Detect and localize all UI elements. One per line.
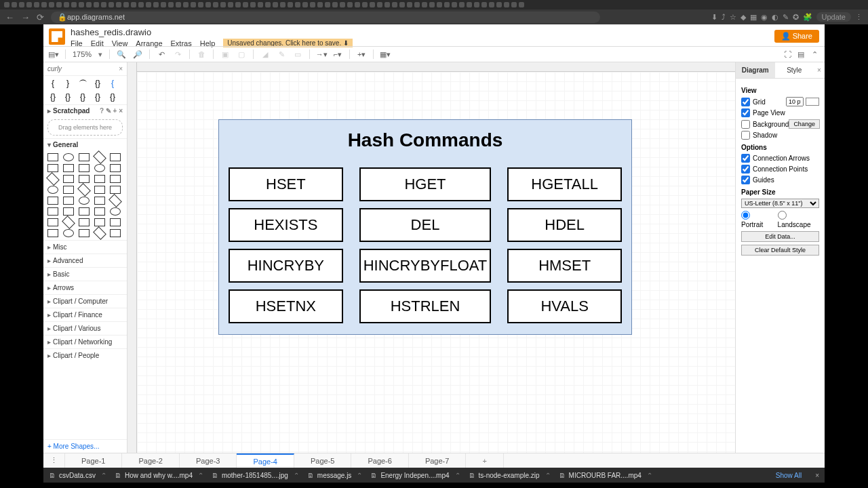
braces4-icon[interactable]: {} xyxy=(77,92,88,102)
undo-icon[interactable]: ↶ xyxy=(157,49,166,59)
pageview-checkbox[interactable] xyxy=(741,108,750,117)
redo-icon[interactable]: ↷ xyxy=(173,49,182,59)
delete-icon[interactable]: 🗑 xyxy=(197,49,206,59)
shape-stencil[interactable] xyxy=(47,186,58,194)
address-bar[interactable]: 🔒 app.diagrams.net xyxy=(51,12,600,23)
grid-color-swatch[interactable] xyxy=(806,98,819,106)
command-box[interactable]: HDEL xyxy=(507,208,622,242)
zoom-value[interactable]: 175% xyxy=(73,50,92,58)
shape-stencil[interactable] xyxy=(94,207,105,216)
browser-tab[interactable] xyxy=(519,2,524,7)
collapse-icon[interactable]: ⌃ xyxy=(810,49,819,59)
change-bg-button[interactable]: Change xyxy=(789,119,820,129)
ext-icon[interactable]: ◉ xyxy=(761,13,768,22)
browser-tab[interactable] xyxy=(161,2,166,7)
browser-tab[interactable] xyxy=(146,2,151,7)
command-box[interactable]: HVALS xyxy=(507,289,622,323)
browser-tab[interactable] xyxy=(243,2,248,7)
back-icon[interactable]: ▢ xyxy=(237,49,246,59)
page-tab[interactable]: Page-5 xyxy=(294,453,351,468)
browser-tab[interactable] xyxy=(347,2,353,7)
shape-stencil[interactable] xyxy=(110,207,121,216)
category-item[interactable]: ▸Clipart / People xyxy=(43,348,127,362)
shape-stencil[interactable] xyxy=(110,229,121,237)
browser-tab[interactable] xyxy=(474,2,479,7)
diagram-container[interactable]: Hash Commands HSETHGETHGETALLHEXISTSDELH… xyxy=(218,119,632,335)
guides-checkbox[interactable] xyxy=(741,176,750,184)
browser-tab[interactable] xyxy=(250,2,256,7)
browser-tab[interactable] xyxy=(116,2,121,7)
browser-tab[interactable] xyxy=(481,2,487,7)
shape-stencil[interactable] xyxy=(63,175,74,183)
zoom-out-icon[interactable]: 🔎 xyxy=(133,49,142,59)
browser-tab[interactable] xyxy=(273,2,278,7)
shape-stencil[interactable] xyxy=(79,197,90,205)
brace-left-blue-icon[interactable]: { xyxy=(107,79,118,88)
page-setup-icon[interactable]: ▤▾ xyxy=(49,49,58,59)
shape-stencil[interactable] xyxy=(63,186,74,194)
shape-stencil[interactable] xyxy=(63,229,74,237)
chevron-up-icon[interactable]: ⌃ xyxy=(101,472,106,479)
command-box[interactable]: HGET xyxy=(359,167,492,201)
chevron-up-icon[interactable]: ⌃ xyxy=(198,472,203,479)
browser-tab[interactable] xyxy=(429,2,435,7)
browser-tab[interactable] xyxy=(108,2,114,7)
category-item[interactable]: ▸Clipart / Various xyxy=(43,321,127,335)
chevron-up-icon[interactable]: ⌃ xyxy=(357,472,362,479)
browser-tab[interactable] xyxy=(86,2,92,7)
shape-stencil[interactable] xyxy=(94,164,105,172)
browser-tab[interactable] xyxy=(332,2,338,7)
shape-stencil[interactable] xyxy=(47,197,58,205)
shape-stencil[interactable] xyxy=(63,207,74,216)
command-box[interactable]: HEXISTS xyxy=(229,208,343,242)
command-box[interactable]: DEL xyxy=(359,208,492,242)
line-icon[interactable]: ✎ xyxy=(277,49,286,59)
category-item[interactable]: ▸Clipart / Finance xyxy=(43,308,127,321)
shape-stencil[interactable] xyxy=(79,207,90,216)
update-button[interactable]: Update xyxy=(816,12,851,22)
braces6-icon[interactable]: {} xyxy=(107,92,118,102)
browser-tab[interactable] xyxy=(198,2,203,7)
brace-left-icon[interactable]: { xyxy=(47,79,58,88)
browser-tab[interactable] xyxy=(414,2,420,7)
browser-tab[interactable] xyxy=(235,2,241,7)
browser-tab[interactable] xyxy=(12,2,17,7)
ext-icon[interactable]: ◆ xyxy=(741,13,746,22)
page-tab[interactable]: Page-2 xyxy=(122,453,179,468)
download-item[interactable]: 🗎MICROURB FAR....mp4⌃ xyxy=(559,472,652,479)
tab-diagram[interactable]: Diagram xyxy=(736,62,775,78)
general-header[interactable]: ▾General xyxy=(43,138,127,150)
browser-tab[interactable] xyxy=(496,2,502,7)
browser-tab[interactable] xyxy=(504,2,509,7)
chevron-up-icon[interactable]: ⌃ xyxy=(294,472,299,479)
grid-size-input[interactable] xyxy=(786,97,804,106)
forward-icon[interactable]: → xyxy=(21,12,30,22)
brace-h-icon[interactable]: ⏜ xyxy=(77,79,88,88)
reload-icon[interactable]: ⟳ xyxy=(37,12,44,22)
diagram-title[interactable]: Hash Commands xyxy=(219,120,631,161)
add-page-button[interactable]: + xyxy=(466,453,503,468)
browser-tab[interactable] xyxy=(489,2,494,7)
download-item[interactable]: 🗎Energy Indepen....mp4⌃ xyxy=(370,472,460,479)
browser-tab[interactable] xyxy=(64,2,69,7)
category-item[interactable]: ▸Arrows xyxy=(43,281,127,294)
shape-stencil[interactable] xyxy=(77,183,91,197)
browser-tab[interactable] xyxy=(340,2,345,7)
category-item[interactable]: ▸Basic xyxy=(43,267,127,281)
browser-tab[interactable] xyxy=(437,2,442,7)
browser-tab[interactable] xyxy=(26,2,32,7)
doc-title[interactable]: hashes_redis.drawio xyxy=(71,27,353,37)
landscape-radio[interactable]: Landscape xyxy=(778,211,819,228)
browser-tab[interactable] xyxy=(71,2,77,7)
download-item[interactable]: 🗎mother-1851485....jpg⌃ xyxy=(212,472,299,479)
shape-stencil[interactable] xyxy=(94,175,105,183)
clear-style-button[interactable]: Clear Default Style xyxy=(741,245,819,256)
browser-tab[interactable] xyxy=(511,2,517,7)
shape-stencil[interactable] xyxy=(63,197,74,205)
browser-tab[interactable] xyxy=(213,2,218,7)
browser-tab[interactable] xyxy=(452,2,457,7)
edit-data-button[interactable]: Edit Data... xyxy=(741,231,819,242)
shape-stencil[interactable] xyxy=(108,194,122,207)
command-box[interactable]: HSTRLEN xyxy=(359,289,492,323)
browser-tab[interactable] xyxy=(280,2,285,7)
